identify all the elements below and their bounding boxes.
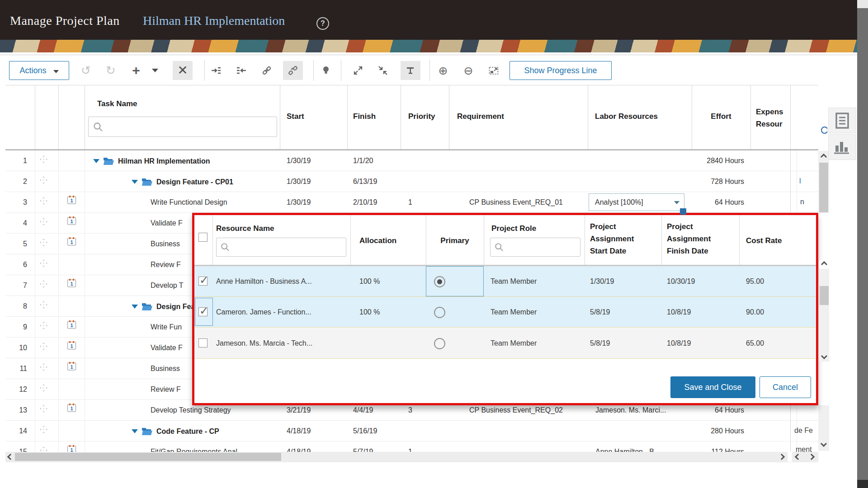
column-header-allocation[interactable]: Allocation [359, 236, 396, 245]
unlink-button[interactable] [283, 61, 303, 80]
scroll-right-icon[interactable] [808, 454, 815, 460]
scroll-down-button[interactable] [857, 480, 868, 488]
scroll-up-icon[interactable] [821, 261, 827, 267]
primary-radio[interactable] [434, 307, 445, 318]
save-and-close-button[interactable]: Save and Close [670, 376, 755, 398]
show-progress-line-button[interactable]: Show Progress Line [509, 61, 612, 80]
table-row[interactable]: 14 Code Feature - CP 4/18/19 5/16/19 280… [5, 421, 818, 441]
collapse-caret-icon[interactable] [93, 159, 99, 163]
column-header-role[interactable]: Project Role [491, 224, 536, 233]
task-details-panel-button[interactable] [828, 108, 856, 133]
zoom-to-fit-button[interactable] [484, 61, 504, 80]
select-all-checkbox[interactable] [198, 233, 208, 242]
column-header-finish[interactable]: Finish [353, 112, 376, 121]
scrollbar-thumb[interactable] [819, 163, 828, 212]
scroll-up-icon[interactable] [821, 154, 827, 160]
link-button[interactable] [257, 61, 277, 80]
window-scrollbar[interactable] [857, 0, 868, 488]
column-header-expense-2[interactable]: Resour [756, 120, 783, 129]
column-header-labor[interactable]: Labor Resources [595, 112, 658, 121]
resource-row[interactable]: Anne Hamilton - Business A... 100 % Team… [194, 266, 816, 297]
scroll-down-icon[interactable] [821, 353, 827, 359]
drag-handle-icon[interactable] [40, 192, 47, 213]
bar-chart-icon [834, 140, 851, 155]
cell-focus-handle[interactable] [680, 208, 686, 215]
collapse-all-button[interactable] [373, 61, 393, 80]
scroll-down-icon[interactable] [821, 441, 827, 447]
suggestions-button[interactable] [316, 61, 336, 80]
delete-icon: ✕ [177, 64, 188, 77]
scroll-up-button[interactable] [857, 0, 868, 8]
redo-button[interactable]: ↻ [101, 61, 121, 80]
undo-icon: ↺ [81, 65, 91, 76]
grid-vertical-scrollbar[interactable] [818, 151, 829, 213]
grid-horizontal-scrollbar[interactable] [5, 452, 788, 462]
resource-checkbox[interactable] [198, 277, 208, 286]
drag-handle-icon[interactable] [40, 338, 47, 358]
resource-row[interactable]: Jameson. Ms. Marcia - Tech... Team Membe… [194, 328, 816, 359]
collapse-caret-icon[interactable] [132, 180, 138, 184]
table-row[interactable]: 1 Hilman HR Implementation 1/30/19 1/1/2… [5, 150, 818, 171]
drag-handle-icon[interactable] [40, 254, 47, 275]
drag-handle-icon[interactable] [40, 400, 47, 421]
resource-chart-panel-button[interactable] [828, 134, 856, 160]
column-header-pa-start[interactable]: Project Assignment Start Date [590, 221, 648, 257]
table-row[interactable]: 3 1 Write Functional Design 1/30/19 2/10… [5, 192, 818, 213]
expand-all-button[interactable] [348, 61, 368, 80]
zoom-out-button[interactable]: ⊖ [458, 61, 478, 80]
scrollbar-thumb[interactable] [820, 286, 829, 305]
labor-resource-combobox[interactable]: Analyst [100%] [589, 193, 684, 211]
drag-handle-icon[interactable] [40, 171, 47, 192]
task-name-filter-input[interactable] [88, 117, 277, 137]
project-role-filter-input[interactable] [490, 238, 580, 257]
undo-button[interactable]: ↺ [76, 61, 96, 80]
column-header-primary[interactable]: Primary [426, 236, 484, 245]
drag-handle-icon[interactable] [40, 358, 47, 379]
drag-handle-icon[interactable] [40, 213, 47, 234]
resource-row[interactable]: Cameron. James - Function... 100 % Team … [194, 297, 816, 328]
outdent-icon [236, 65, 247, 76]
drag-handle-icon[interactable] [40, 234, 47, 254]
drag-handle-icon[interactable] [40, 317, 47, 338]
column-header-pa-finish[interactable]: Project Assignment Finish Date [667, 221, 726, 257]
column-header-requirement[interactable]: Requirement [457, 112, 504, 121]
actions-button[interactable]: Actions [9, 61, 69, 80]
drag-handle-icon[interactable] [40, 275, 47, 296]
column-header-effort[interactable]: Effort [692, 112, 750, 121]
gantt-horizontal-scrollbar[interactable] [792, 452, 818, 462]
column-header-resource[interactable]: Resource Name [216, 224, 274, 233]
col-line [212, 215, 213, 265]
zoom-in-button[interactable]: ⊕ [433, 61, 453, 80]
drag-handle-icon[interactable] [40, 150, 47, 171]
add-task-dropdown[interactable] [147, 61, 163, 80]
collapse-caret-icon[interactable] [132, 429, 138, 433]
cancel-button[interactable]: Cancel [760, 376, 811, 398]
drag-handle-icon[interactable] [40, 379, 47, 400]
table-row[interactable]: 2 Design Feature - CP01 1/30/19 6/13/19 … [5, 171, 818, 192]
task-priority: 1 [408, 192, 412, 213]
indent-button[interactable] [206, 61, 226, 80]
scroll-left-icon[interactable] [7, 454, 14, 460]
scroll-left-icon[interactable] [795, 454, 801, 460]
grid-vertical-scrollbar[interactable] [818, 405, 829, 451]
column-header-cost[interactable]: Cost Rate [746, 236, 782, 245]
outdent-button[interactable] [231, 61, 251, 80]
primary-radio[interactable] [434, 338, 445, 349]
resource-checkbox[interactable] [198, 338, 208, 347]
resource-name-filter-input[interactable] [216, 238, 346, 257]
add-task-button[interactable]: + [126, 61, 146, 80]
scroll-right-icon[interactable] [778, 454, 785, 460]
scrollbar-thumb[interactable] [15, 453, 281, 461]
drag-handle-icon[interactable] [40, 421, 47, 441]
calendar-task-icon: 1 [67, 234, 76, 254]
column-header-start[interactable]: Start [287, 112, 304, 121]
dialog-vertical-scrollbar[interactable] [819, 260, 829, 361]
column-header-task[interactable]: Task Name [97, 99, 137, 108]
column-header-priority[interactable]: Priority [408, 112, 435, 121]
delete-task-button[interactable]: ✕ [173, 61, 193, 80]
drag-handle-icon[interactable] [40, 296, 47, 317]
progress-line-tool-button[interactable] [401, 61, 420, 80]
column-header-expense-1[interactable]: Expens [756, 108, 783, 117]
help-icon[interactable]: ? [316, 17, 329, 30]
collapse-caret-icon[interactable] [132, 305, 138, 309]
